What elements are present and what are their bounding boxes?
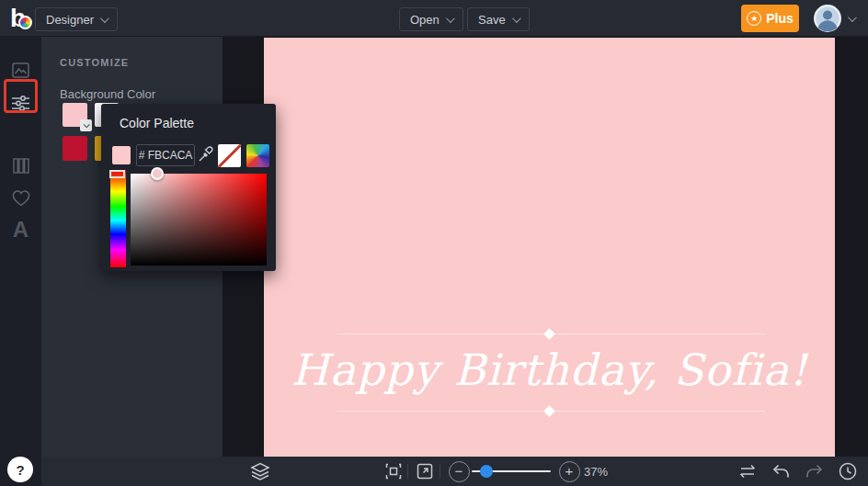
hue-slider-handle[interactable] (109, 170, 125, 178)
sidebar-item-photos[interactable] (0, 53, 41, 86)
text-icon: A (13, 217, 29, 243)
swatch-selected-badge (80, 119, 92, 131)
chevron-down-icon (100, 14, 109, 23)
image-icon (12, 62, 29, 78)
chevron-down-icon (446, 14, 455, 23)
saturation-value-picker[interactable] (131, 174, 267, 266)
bottom-toolbar: − + 37% (41, 457, 868, 486)
open-button[interactable]: Open (399, 7, 463, 31)
plus-upgrade-button[interactable]: ★ Plus (741, 5, 799, 32)
fit-to-screen-button[interactable] (380, 457, 407, 486)
undo-button[interactable] (766, 457, 795, 486)
compare-button[interactable] (733, 457, 762, 486)
zoom-slider-knob[interactable] (480, 465, 493, 478)
decor-diamond-top (543, 328, 555, 340)
color-wheel-icon (18, 16, 32, 29)
help-button[interactable]: ? (7, 457, 33, 482)
designer-app: Happy Birthday, Sofia! b Designer Open S… (0, 0, 868, 486)
sidebar-item-layouts[interactable] (0, 149, 41, 182)
zoom-out-button[interactable]: − (446, 460, 472, 482)
history-clock-icon (839, 462, 857, 480)
redo-button[interactable] (799, 457, 828, 486)
eyedropper-icon[interactable] (198, 146, 214, 166)
panel-title: CUSTOMIZE (60, 57, 129, 68)
decor-diamond-bottom (543, 405, 555, 417)
layers-button[interactable] (246, 457, 275, 486)
resize-icon (417, 463, 433, 480)
resize-button[interactable] (411, 457, 439, 486)
zoom-slider[interactable] (472, 470, 551, 472)
swap-arrows-icon (738, 464, 757, 479)
canvas-text[interactable]: Happy Birthday, Sofia! (264, 345, 835, 395)
layers-icon (250, 462, 270, 480)
fit-to-screen-icon (385, 463, 402, 480)
design-canvas[interactable]: Happy Birthday, Sofia! (264, 38, 835, 457)
minus-icon: − (449, 461, 470, 482)
no-color-option[interactable] (218, 144, 241, 167)
undo-icon (772, 464, 790, 479)
swatch-crimson[interactable] (63, 136, 87, 161)
befunky-logo-icon[interactable]: b (10, 4, 38, 33)
avatar-chevron-icon[interactable] (848, 13, 857, 22)
tools-sidebar: A (0, 37, 41, 486)
save-button[interactable]: Save (467, 7, 530, 31)
redo-icon (805, 464, 823, 479)
color-picker-handle[interactable] (151, 167, 164, 180)
color-palette-popup: Color Palette # FBCACA (101, 104, 276, 271)
chevron-down-icon (512, 14, 521, 23)
rainbow-color-option[interactable] (246, 144, 269, 167)
heart-icon (12, 190, 30, 207)
popup-title: Color Palette (120, 116, 194, 130)
designer-menu-button[interactable]: Designer (35, 7, 118, 31)
hue-slider[interactable] (110, 170, 126, 267)
adjust-sliders-icon (11, 95, 30, 112)
star-icon: ★ (747, 11, 761, 26)
current-color-swatch[interactable] (112, 146, 131, 164)
hex-color-input[interactable]: # FBCACA (136, 144, 195, 166)
plus-icon: + (559, 461, 580, 482)
zoom-in-button[interactable]: + (556, 460, 582, 482)
background-color-label: Background Color (60, 87, 155, 101)
sidebar-item-customize[interactable] (0, 86, 41, 119)
columns-icon (13, 158, 29, 174)
sidebar-item-favorites[interactable] (0, 182, 41, 215)
user-avatar[interactable] (813, 4, 842, 33)
top-bar: b Designer Open Save ★ Plus (0, 0, 868, 37)
history-button[interactable] (833, 457, 862, 486)
swatch-pink[interactable] (63, 103, 87, 127)
zoom-level-label: 37% (584, 457, 608, 486)
sidebar-item-text[interactable]: A (0, 213, 41, 246)
